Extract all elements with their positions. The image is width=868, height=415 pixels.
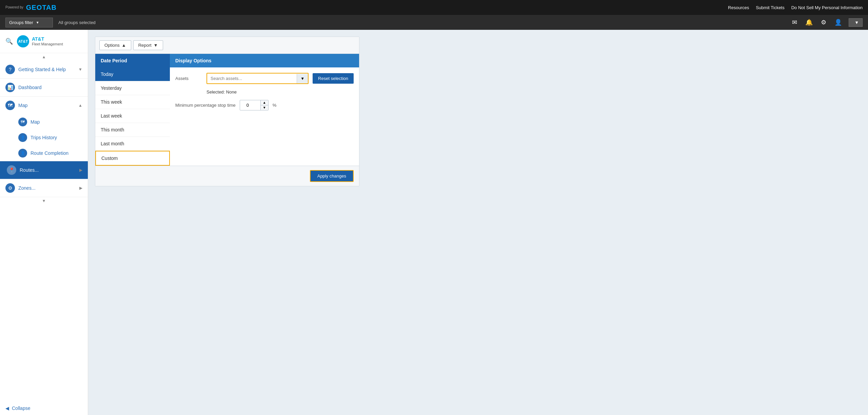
gear-icon[interactable]: ⚙: [820, 17, 828, 27]
att-brand-sub: Fleet Management: [32, 42, 63, 46]
resources-link[interactable]: Resources: [728, 5, 749, 10]
submit-tickets-link[interactable]: Submit Tickets: [756, 5, 785, 10]
sidebar-nav: ▲ ? Getting Started & Help ▼ 📊 Dashboard: [0, 53, 88, 401]
display-options-column: Display Options Assets ▼ Reset selection: [170, 54, 359, 166]
content-area: Options ▲ Report ▼ Date Period Today: [88, 30, 868, 415]
sidebar-section-getting-started: ? Getting Started & Help ▼: [0, 61, 88, 79]
map-sub-icon: 🗺: [18, 118, 27, 126]
dashboard-icon: 📊: [5, 83, 15, 92]
routes-label: Routes...: [20, 167, 76, 173]
spinner-up-icon[interactable]: ▲: [261, 100, 268, 105]
do-not-sell-link[interactable]: Do Not Sell My Personal Information: [791, 5, 863, 10]
sidebar-scroll-up-icon[interactable]: ▲: [0, 53, 88, 61]
groups-bar: Groups filter ▼ All groups selected ✉ 🔔 …: [0, 15, 868, 30]
dashboard-label: Dashboard: [18, 85, 82, 90]
map-chevron-up-icon: ▲: [78, 103, 82, 108]
assets-search-input[interactable]: [207, 74, 297, 83]
report-chevron-icon: ▼: [154, 43, 158, 48]
assets-row: Assets ▼ Reset selection: [175, 73, 354, 84]
user-icon[interactable]: 👤: [833, 17, 843, 27]
geotab-logo: GEOTAB: [26, 4, 57, 12]
routes-arrow-icon: ▶: [79, 168, 82, 172]
groups-filter-button[interactable]: Groups filter ▼: [5, 18, 53, 27]
assets-label: Assets: [175, 76, 202, 81]
options-chevron-up-icon: ▲: [122, 43, 126, 48]
apply-changes-button[interactable]: Apply changes: [310, 170, 354, 182]
date-period-this-month[interactable]: This month: [95, 123, 170, 137]
zones-icon: ⚙: [5, 183, 15, 193]
sidebar-item-map-parent[interactable]: 🗺 Map ▲: [0, 97, 88, 114]
main-layout: 🔍 AT&T AT&T Fleet Management ▲ ? Getting…: [0, 30, 868, 415]
sidebar-header: 🔍 AT&T AT&T Fleet Management: [0, 30, 88, 53]
zones-label: Zones...: [18, 185, 76, 191]
envelope-icon[interactable]: ✉: [791, 17, 798, 27]
min-stop-input[interactable]: 0: [240, 101, 260, 110]
display-options-header: Display Options: [170, 54, 359, 67]
panel-toolbar: Options ▲ Report ▼: [95, 37, 359, 54]
sidebar-item-getting-started[interactable]: ? Getting Started & Help ▼: [0, 61, 88, 78]
assets-search-container: ▼: [206, 73, 309, 84]
collapse-label: Collapse: [12, 406, 30, 411]
sidebar-scroll-down-icon[interactable]: ▼: [0, 197, 88, 205]
spinner-down-icon[interactable]: ▼: [261, 105, 268, 110]
options-button-label: Options: [104, 43, 120, 48]
routes-icon: 📍: [7, 165, 16, 175]
all-groups-selected-text: All groups selected: [58, 20, 96, 25]
assets-dropdown-arrow-icon[interactable]: ▼: [297, 74, 308, 83]
date-period-last-week[interactable]: Last week: [95, 109, 170, 123]
min-stop-label: Minimum percentage stop time: [175, 103, 236, 108]
date-period-yesterday[interactable]: Yesterday: [95, 81, 170, 95]
sidebar-section-routes: 📍 Routes... ▶: [0, 161, 88, 179]
att-brand-name: AT&T: [32, 36, 63, 42]
date-period-custom[interactable]: Custom: [95, 151, 170, 166]
panel-footer: Apply changes: [95, 166, 359, 186]
trips-history-label: Trips History: [31, 135, 57, 140]
groups-filter-chevron-icon: ▼: [36, 21, 39, 24]
date-period-column: Date Period Today Yesterday This week La…: [95, 54, 170, 166]
getting-started-chevron-icon: ▼: [78, 67, 82, 72]
sidebar: 🔍 AT&T AT&T Fleet Management ▲ ? Getting…: [0, 30, 88, 415]
report-button-label: Report: [138, 43, 152, 48]
percent-label: %: [273, 103, 277, 108]
sidebar-item-route-completion[interactable]: 👤 Route Completion: [0, 145, 88, 161]
att-brand-text: AT&T Fleet Management: [32, 36, 63, 46]
powered-by-text: Powered by: [5, 5, 23, 9]
date-period-this-week[interactable]: This week: [95, 95, 170, 109]
zones-arrow-icon: ▶: [79, 186, 82, 190]
getting-started-icon: ?: [5, 65, 15, 74]
sidebar-item-dashboard[interactable]: 📊 Dashboard: [0, 79, 88, 96]
sidebar-item-routes[interactable]: 📍 Routes... ▶: [0, 161, 88, 179]
sidebar-collapse-button[interactable]: ◀ Collapse: [0, 401, 88, 415]
selected-none-text: Selected: None: [206, 89, 354, 95]
date-period-today[interactable]: Today: [95, 67, 170, 81]
sidebar-section-dashboard: 📊 Dashboard: [0, 79, 88, 97]
sidebar-item-map[interactable]: 🗺 Map: [0, 114, 88, 130]
trips-history-icon: 👤: [18, 133, 27, 142]
groups-bar-icon-area: ✉ 🔔 ⚙ 👤 ▼: [791, 17, 863, 27]
route-completion-label: Route Completion: [31, 150, 68, 156]
user-account-button[interactable]: ▼: [849, 18, 863, 27]
date-period-header: Date Period: [95, 54, 170, 67]
sidebar-section-map: 🗺 Map ▲ 🗺 Map 👤 Trips History 👤 Route Co…: [0, 97, 88, 161]
route-completion-icon: 👤: [18, 149, 27, 158]
att-logo: AT&T AT&T Fleet Management: [17, 35, 63, 47]
map-parent-label: Map: [18, 103, 75, 108]
getting-started-label: Getting Started & Help: [18, 67, 75, 72]
reset-selection-button[interactable]: Reset selection: [313, 73, 354, 84]
min-stop-row: Minimum percentage stop time 0 ▲ ▼ %: [175, 100, 354, 110]
date-period-last-month[interactable]: Last month: [95, 137, 170, 151]
options-grid: Date Period Today Yesterday This week La…: [95, 54, 359, 166]
options-panel: Options ▲ Report ▼ Date Period Today: [95, 37, 359, 186]
sidebar-search-icon[interactable]: 🔍: [5, 38, 13, 45]
top-navbar: Powered by GEOTAB Resources Submit Ticke…: [0, 0, 868, 15]
top-nav-links: Resources Submit Tickets Do Not Sell My …: [728, 5, 863, 10]
sidebar-item-zones[interactable]: ⚙ Zones... ▶: [0, 179, 88, 197]
collapse-arrow-icon: ◀: [5, 406, 9, 411]
map-parent-icon: 🗺: [5, 101, 15, 110]
report-button[interactable]: Report ▼: [133, 40, 163, 50]
spinner-buttons: ▲ ▼: [260, 100, 268, 110]
min-stop-spinner: 0 ▲ ▼: [240, 100, 269, 110]
bell-icon[interactable]: 🔔: [804, 17, 814, 27]
sidebar-item-trips-history[interactable]: 👤 Trips History: [0, 130, 88, 145]
options-button[interactable]: Options ▲: [99, 40, 131, 50]
